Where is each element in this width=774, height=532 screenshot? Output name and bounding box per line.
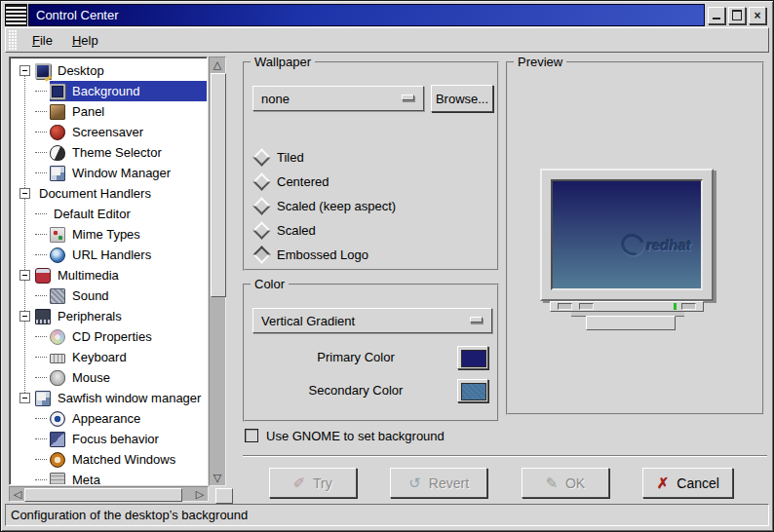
- tree-connector: [35, 91, 47, 93]
- wallpaper-dropdown-value: none: [261, 92, 290, 106]
- tree-item-label: Appearance: [68, 411, 144, 426]
- use-gnome-checkbox-label: Use GNOME to set background: [266, 429, 445, 443]
- radio-scaled[interactable]: Scaled: [253, 220, 316, 240]
- sound-icon: [50, 288, 65, 304]
- tree-item-label: URL Handlers: [68, 247, 155, 262]
- url-handlers-icon: [50, 247, 65, 263]
- minimize-button[interactable]: [708, 7, 725, 24]
- tree-item-label: Peripherals: [54, 309, 126, 323]
- sawfish-icon: [35, 391, 51, 406]
- radio-centered[interactable]: Centered: [253, 171, 329, 191]
- tree-item-label: Panel: [68, 104, 108, 119]
- tree-vertical-scrollbar[interactable]: △ ▽: [209, 57, 226, 486]
- tree-connector: [35, 438, 47, 440]
- tree-connector: [35, 132, 47, 133]
- primary-color-button[interactable]: [457, 346, 488, 369]
- tree-item-desktop[interactable]: Desktop: [10, 60, 207, 81]
- tree-item-label: Multimedia: [54, 268, 123, 283]
- tree-item-focus-behavior[interactable]: Focus behavior: [10, 429, 207, 449]
- preview-monitor: redhat: [540, 169, 714, 301]
- tree-item-panel[interactable]: Panel: [10, 101, 207, 122]
- tree-item-label: Keyboard: [68, 350, 131, 364]
- tree-item-screensaver[interactable]: Screensaver: [10, 122, 207, 142]
- tree-item-window-manager[interactable]: Window Manager: [10, 163, 207, 183]
- action-button-label: Cancel: [677, 475, 719, 491]
- secondary-color-button[interactable]: [457, 379, 488, 402]
- tree-item-matched-windows[interactable]: Matched Windows: [10, 449, 207, 470]
- tree-item-label: Sawfish window manager: [54, 391, 205, 405]
- gradient-dropdown[interactable]: Vertical Gradient: [252, 308, 492, 333]
- use-gnome-checkbox-row[interactable]: Use GNOME to set background: [245, 428, 445, 443]
- window-menu-icon[interactable]: [5, 4, 27, 26]
- radio-label: Centered: [277, 174, 329, 189]
- cancel-button[interactable]: ✗ Cancel: [642, 468, 733, 498]
- tree-expander-icon[interactable]: [19, 311, 30, 322]
- tree-item-multimedia[interactable]: Multimedia: [10, 265, 207, 285]
- tree-item-label: Window Manager: [68, 166, 174, 180]
- tree-item-default-editor[interactable]: Default Editor: [10, 204, 207, 224]
- preview-screen: redhat: [551, 179, 703, 290]
- vertical-scrollbar-thumb[interactable]: [211, 73, 226, 297]
- menu-item-file[interactable]: File: [22, 31, 62, 50]
- tree-connector: [35, 418, 47, 420]
- tree-item-meta[interactable]: Meta: [10, 470, 207, 485]
- keyboard-icon: [50, 354, 65, 363]
- close-button[interactable]: ×: [749, 7, 766, 24]
- scroll-left-icon[interactable]: ◁: [10, 487, 25, 501]
- tree-item-background[interactable]: Background: [10, 81, 207, 101]
- menubar: FileHelp: [5, 27, 769, 53]
- tree-expander-icon[interactable]: [19, 65, 30, 76]
- use-gnome-checkbox[interactable]: [245, 429, 258, 442]
- scroll-down-icon[interactable]: ▽: [210, 471, 225, 485]
- radio-tiled[interactable]: Tiled: [253, 147, 304, 167]
- tree-expander-icon[interactable]: [19, 270, 30, 281]
- menu-item-help[interactable]: Help: [62, 31, 108, 50]
- cd-properties-icon: [50, 329, 65, 345]
- tree-item-label: Mime Types: [68, 227, 144, 242]
- tree-item-cd-properties[interactable]: CD Properties: [10, 326, 207, 347]
- wallpaper-dropdown[interactable]: none: [252, 86, 424, 111]
- ok-icon: ✎: [545, 475, 558, 490]
- maximize-button[interactable]: [728, 7, 746, 24]
- tree-view[interactable]: Desktop Background Panel Screensaver The…: [9, 57, 208, 485]
- scroll-right-icon[interactable]: ▷: [192, 487, 208, 501]
- tree-item-label: Document Handlers: [35, 186, 155, 201]
- radio-label: Tiled: [277, 150, 304, 165]
- color-legend: Color: [251, 277, 289, 291]
- tree-item-sawfish-window-manager[interactable]: Sawfish window manager: [10, 388, 207, 408]
- radio-scaled-keep-aspect[interactable]: Scaled (keep aspect): [253, 196, 396, 215]
- tree-item-appearance[interactable]: Appearance: [10, 408, 207, 429]
- dropdown-tab-icon: [470, 317, 483, 323]
- tree-item-label: Sound: [68, 288, 113, 303]
- monitor-button-icon: [579, 303, 594, 310]
- tree-item-url-handlers[interactable]: URL Handlers: [10, 245, 207, 265]
- browse-button[interactable]: Browse...: [431, 85, 493, 112]
- tree-item-label: Meta: [68, 473, 104, 485]
- horizontal-scrollbar-thumb[interactable]: [24, 488, 182, 502]
- tree-expander-icon[interactable]: [19, 188, 30, 199]
- titlebar[interactable]: Control Center ×: [5, 4, 769, 26]
- tree-item-mouse[interactable]: Mouse: [10, 367, 207, 388]
- tree-horizontal-scrollbar[interactable]: ◁ ▷: [9, 486, 209, 502]
- tree-item-keyboard[interactable]: Keyboard: [10, 347, 207, 367]
- radio-diamond-icon: [252, 172, 270, 190]
- tree-item-label: Background: [68, 84, 143, 98]
- tree-item-mime-types[interactable]: Mime Types: [10, 224, 207, 245]
- resize-grip[interactable]: [215, 488, 233, 504]
- action-button-row: ✐ Try ↺ Revert ✎ OK ✗ Cancel: [235, 468, 767, 498]
- focus-behavior-icon: [50, 432, 65, 447]
- revert-icon: ↺: [408, 475, 421, 490]
- scroll-up-icon[interactable]: △: [210, 57, 225, 72]
- tree-expander-icon[interactable]: [19, 393, 30, 403]
- tree-item-document-handlers[interactable]: Document Handlers: [10, 183, 207, 204]
- menubar-grip-handle[interactable]: [9, 30, 18, 50]
- radio-embossed-logo[interactable]: Embossed Logo: [253, 245, 368, 264]
- tree-item-peripherals[interactable]: Peripherals: [10, 306, 207, 326]
- radio-label: Scaled: [277, 223, 316, 238]
- tree-item-sound[interactable]: Sound: [10, 285, 207, 306]
- tree-connector: [35, 295, 47, 297]
- close-icon: ×: [754, 10, 760, 21]
- tree-item-theme-selector[interactable]: Theme Selector: [10, 142, 207, 163]
- button-separator: [243, 455, 767, 457]
- minimize-icon: [713, 11, 720, 19]
